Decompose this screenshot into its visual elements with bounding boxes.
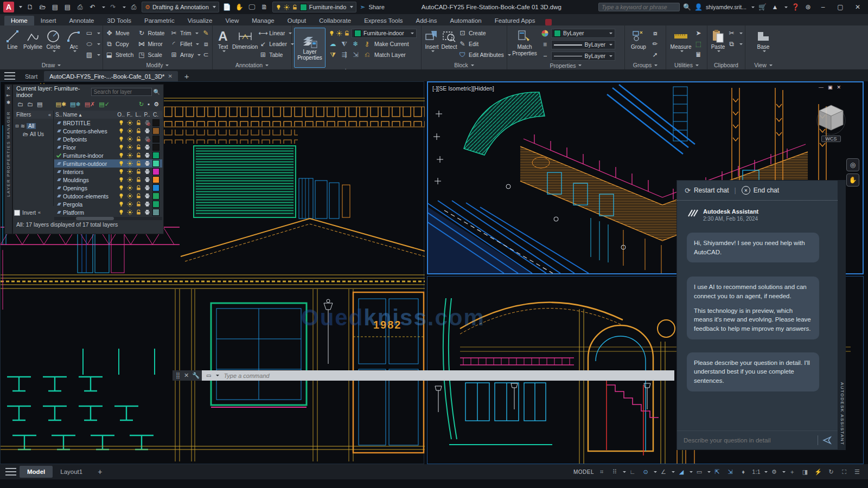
new-layer-vp-icon[interactable]: ▤❄ xyxy=(70,101,81,108)
start-tab[interactable]: Start xyxy=(20,71,43,81)
plot-icon[interactable]: ⎙ xyxy=(129,2,138,12)
color-swatch[interactable] xyxy=(152,127,159,134)
plot-icon[interactable] xyxy=(144,185,150,191)
select-window-icon[interactable]: ⬚ xyxy=(694,40,703,48)
layer-row[interactable]: Pergola xyxy=(54,200,162,208)
pan-icon[interactable]: ✋ xyxy=(846,174,859,187)
group-edit-icon[interactable]: ✏ xyxy=(651,40,659,48)
create-block-button[interactable]: ⊡Create xyxy=(458,28,511,38)
search-icon[interactable]: 🔍 xyxy=(683,3,691,11)
hand-icon[interactable]: ✋ xyxy=(235,2,244,12)
share-button[interactable]: Share xyxy=(368,4,384,10)
clean-screen-icon[interactable]: ⛶ xyxy=(839,466,850,477)
color-swatch[interactable] xyxy=(152,160,159,167)
freeze-icon[interactable] xyxy=(127,152,133,158)
panel-label-view[interactable]: View xyxy=(745,61,781,69)
tab-visualize[interactable]: Visualize xyxy=(181,16,219,25)
copy-button[interactable]: ⧉Copy xyxy=(105,38,136,49)
ortho-icon[interactable]: ∟ xyxy=(627,466,638,477)
rotate-button[interactable]: ↻Rotate xyxy=(137,28,168,38)
ungroup-icon[interactable]: ⧇ xyxy=(651,29,659,37)
layer-row[interactable]: Mouldings xyxy=(54,176,162,184)
lineweight-combo[interactable]: ByLayer xyxy=(551,40,615,49)
palette-settings-icon[interactable]: ⚙ xyxy=(154,101,159,108)
full-navigation-wheel-icon[interactable]: ◎ xyxy=(846,158,859,171)
object-snap-tracking-icon[interactable]: ⇲ xyxy=(725,466,736,477)
save-as-icon[interactable]: ▤ xyxy=(63,2,72,12)
lock-icon[interactable] xyxy=(136,120,142,126)
refresh-icon[interactable]: ↻ xyxy=(139,101,144,108)
color-swatch[interactable] xyxy=(152,176,159,183)
palette-close-icon[interactable]: ✕ xyxy=(7,86,11,93)
color-swatch[interactable] xyxy=(152,144,159,151)
layer-row[interactable]: Interiors xyxy=(54,168,162,176)
autocad-logo-icon[interactable]: A xyxy=(3,2,14,12)
object-color-combo[interactable]: ByLayer xyxy=(551,29,615,38)
line-button[interactable]: Line xyxy=(2,28,23,50)
scale-button[interactable]: ◳Scale xyxy=(137,49,168,60)
leader-button[interactable]: ↙Leader xyxy=(259,38,294,49)
col-freeze[interactable]: F.. xyxy=(125,112,134,118)
lock-icon[interactable] xyxy=(136,201,142,207)
layer-row[interactable]: BRDTITLE xyxy=(54,119,162,127)
make-current-button[interactable]: Make Current xyxy=(374,41,409,47)
on-icon[interactable] xyxy=(118,185,124,191)
group-select-icon[interactable]: ➚ xyxy=(651,51,659,59)
plot-icon[interactable] xyxy=(144,152,150,158)
end-chat-button[interactable]: ✕End chat xyxy=(742,186,779,195)
layer-lock-icon[interactable]: ⚷ xyxy=(363,40,371,48)
layer-row[interactable]: Defpoints xyxy=(54,135,162,143)
help-icon[interactable]: ❓ xyxy=(791,2,800,12)
panel-label-draw[interactable]: Draw xyxy=(0,61,103,69)
on-icon[interactable] xyxy=(118,120,124,126)
monitor-icon[interactable]: 🖵 xyxy=(247,2,257,12)
tab-featured-apps[interactable]: Featured Apps xyxy=(488,16,542,25)
layer-prev-icon[interactable]: ⎌ xyxy=(363,51,371,59)
plot-icon[interactable] xyxy=(144,160,150,166)
palette-autohide-icon[interactable]: ⇤ xyxy=(7,93,11,100)
command-recent-icon[interactable]: ▭ xyxy=(206,373,211,378)
chat-scroll-area[interactable]: Autodesk Assistant 2:30 AM, Feb 16, 2024… xyxy=(677,201,838,431)
stretch-button[interactable]: ⬓Stretch xyxy=(105,49,136,60)
offset-icon[interactable]: ⊂ xyxy=(202,51,210,59)
col-plot[interactable]: P.. xyxy=(143,112,151,118)
polyline-button[interactable]: Polyline xyxy=(23,28,43,50)
trim-button[interactable]: ✂Trim xyxy=(170,28,201,38)
maximize-button[interactable]: ▢ xyxy=(833,2,847,12)
sheet-lock-icon[interactable]: 🗎 xyxy=(260,2,269,12)
lock-icon[interactable] xyxy=(136,185,142,191)
filter-all[interactable]: All xyxy=(27,123,36,129)
panel-label-groups[interactable]: Groups xyxy=(625,61,666,69)
tab-3d-tools[interactable]: 3D Tools xyxy=(101,16,138,25)
freeze-icon[interactable] xyxy=(127,160,133,166)
isolate-objects-icon[interactable]: ↻ xyxy=(826,466,837,477)
arc-button[interactable]: Arc xyxy=(63,28,84,52)
redo-caret-icon[interactable] xyxy=(123,7,126,8)
wcs-label[interactable]: WCS xyxy=(821,136,841,142)
osnap-icon[interactable]: ◢ xyxy=(676,466,687,477)
on-icon[interactable] xyxy=(118,193,124,199)
freeze-icon[interactable] xyxy=(127,209,133,215)
layer-states-icon[interactable]: ▤ xyxy=(37,101,42,108)
tab-parametric[interactable]: Parametric xyxy=(138,16,181,25)
col-status[interactable]: S.. xyxy=(54,112,63,118)
layout-menu-icon[interactable] xyxy=(5,468,16,476)
match-layer-button[interactable]: Match Layer xyxy=(374,52,406,58)
model-tab[interactable]: Model xyxy=(20,466,53,478)
invert-filter-checkbox[interactable] xyxy=(14,210,20,216)
tree-expand-icon[interactable]: ⊟ xyxy=(15,124,19,129)
undo-caret-icon[interactable] xyxy=(102,7,105,8)
layer-search-input[interactable] xyxy=(91,88,152,96)
ribbon-extra-icon[interactable] xyxy=(545,19,552,25)
col-color[interactable]: C. xyxy=(151,112,160,118)
color-swatch[interactable] xyxy=(152,192,159,200)
invert-collapse-icon[interactable]: « xyxy=(38,210,41,215)
app-menu-caret-icon[interactable] xyxy=(19,6,22,8)
app-store-icon[interactable]: 🛒 xyxy=(758,2,767,12)
set-current-layer-icon[interactable]: ▤✓ xyxy=(99,101,110,108)
lock-icon[interactable] xyxy=(136,152,142,158)
paste-button[interactable]: Paste xyxy=(710,28,726,52)
layer-properties-button[interactable]: Layer Properties xyxy=(294,28,326,68)
plot-icon[interactable] xyxy=(144,136,150,142)
tab-add-ins[interactable]: Add-ins xyxy=(410,16,444,25)
